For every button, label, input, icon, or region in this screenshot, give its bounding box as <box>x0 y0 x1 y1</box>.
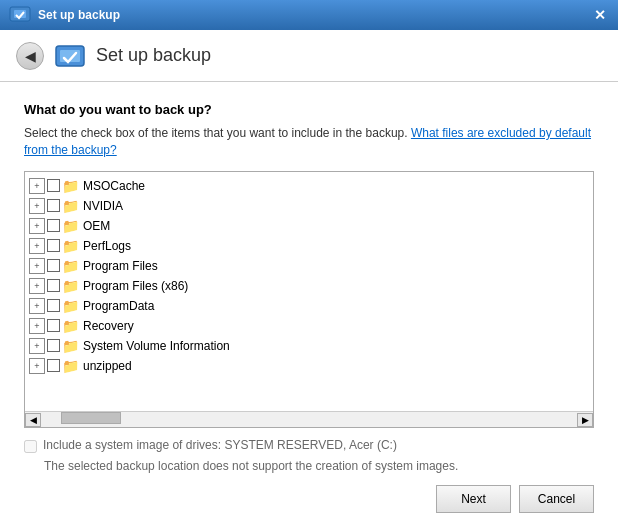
tree-item: +📁System Volume Information <box>25 336 593 356</box>
folder-icon: 📁 <box>62 358 79 374</box>
main-content: What do you want to back up? Select the … <box>0 82 618 525</box>
tree-item: +📁NVIDIA <box>25 196 593 216</box>
tree-item: +📁MSOCache <box>25 176 593 196</box>
expand-button[interactable]: + <box>29 258 45 274</box>
item-label: System Volume Information <box>83 339 230 353</box>
item-label: Program Files (x86) <box>83 279 188 293</box>
item-label: unzipped <box>83 359 132 373</box>
section-title: What do you want to back up? <box>24 102 594 117</box>
horizontal-scrollbar[interactable]: ◀ ▶ <box>25 411 593 427</box>
item-label: ProgramData <box>83 299 154 313</box>
tree-container: +📁MSOCache+📁NVIDIA+📁OEM+📁PerfLogs+📁Progr… <box>24 171 594 428</box>
cancel-button[interactable]: Cancel <box>519 485 594 513</box>
expand-button[interactable]: + <box>29 218 45 234</box>
description: Select the check box of the items that y… <box>24 125 594 159</box>
system-image-checkbox[interactable] <box>24 440 37 453</box>
description-text: Select the check box of the items that y… <box>24 126 408 140</box>
tree-item: +📁Program Files (x86) <box>25 276 593 296</box>
next-button[interactable]: Next <box>436 485 511 513</box>
folder-icon: 📁 <box>62 318 79 334</box>
header-bar: ◀ Set up backup <box>0 30 618 82</box>
folder-icon: 📁 <box>62 258 79 274</box>
system-image-label: Include a system image of drives: SYSTEM… <box>43 438 397 452</box>
expand-button[interactable]: + <box>29 178 45 194</box>
folder-icon: 📁 <box>62 218 79 234</box>
title-bar-title: Set up backup <box>38 8 120 22</box>
scrollbar-h-thumb[interactable] <box>61 412 121 424</box>
item-label: OEM <box>83 219 110 233</box>
item-checkbox[interactable] <box>47 199 60 212</box>
header-title: Set up backup <box>96 45 211 66</box>
tree-scroll-area[interactable]: +📁MSOCache+📁NVIDIA+📁OEM+📁PerfLogs+📁Progr… <box>25 172 593 411</box>
expand-button[interactable]: + <box>29 318 45 334</box>
folder-icon: 📁 <box>62 278 79 294</box>
close-icon[interactable]: ✕ <box>590 7 610 23</box>
tree-item: +📁Recovery <box>25 316 593 336</box>
folder-icon: 📁 <box>62 338 79 354</box>
scroll-left-arrow[interactable]: ◀ <box>25 413 41 427</box>
footer: Next Cancel <box>24 485 594 513</box>
item-label: Recovery <box>83 319 134 333</box>
item-checkbox[interactable] <box>47 299 60 312</box>
item-checkbox[interactable] <box>47 319 60 332</box>
item-label: PerfLogs <box>83 239 131 253</box>
folder-icon: 📁 <box>62 238 79 254</box>
item-checkbox[interactable] <box>47 359 60 372</box>
item-checkbox[interactable] <box>47 259 60 272</box>
folder-icon: 📁 <box>62 298 79 314</box>
folder-icon: 📁 <box>62 178 79 194</box>
header-backup-icon <box>54 40 86 72</box>
expand-button[interactable]: + <box>29 358 45 374</box>
tree-item: +📁ProgramData <box>25 296 593 316</box>
item-checkbox[interactable] <box>47 339 60 352</box>
folder-icon: 📁 <box>62 198 79 214</box>
item-checkbox[interactable] <box>47 279 60 292</box>
system-image-checkbox-area: Include a system image of drives: SYSTEM… <box>24 438 594 453</box>
scroll-right-arrow[interactable]: ▶ <box>577 413 593 427</box>
expand-button[interactable]: + <box>29 278 45 294</box>
item-checkbox[interactable] <box>47 219 60 232</box>
warning-text: The selected backup location does not su… <box>44 459 594 473</box>
expand-button[interactable]: + <box>29 198 45 214</box>
title-bar: Set up backup ✕ <box>0 0 618 30</box>
item-label: MSOCache <box>83 179 145 193</box>
tree-item: +📁OEM <box>25 216 593 236</box>
item-checkbox[interactable] <box>47 179 60 192</box>
item-label: NVIDIA <box>83 199 123 213</box>
tree-item: +📁unzipped <box>25 356 593 376</box>
tree-item: +📁PerfLogs <box>25 236 593 256</box>
back-button[interactable]: ◀ <box>16 42 44 70</box>
item-label: Program Files <box>83 259 158 273</box>
expand-button[interactable]: + <box>29 338 45 354</box>
title-bar-left: Set up backup <box>8 3 120 27</box>
expand-button[interactable]: + <box>29 298 45 314</box>
expand-button[interactable]: + <box>29 238 45 254</box>
backup-shield-icon <box>8 3 32 27</box>
item-checkbox[interactable] <box>47 239 60 252</box>
tree-item: +📁Program Files <box>25 256 593 276</box>
